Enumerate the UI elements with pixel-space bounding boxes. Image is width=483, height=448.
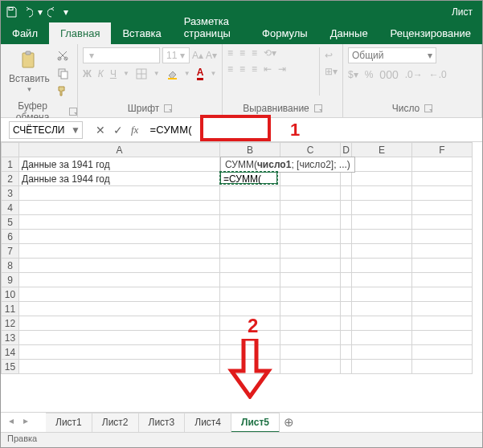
number-format-select[interactable]: Общий▾ bbox=[348, 47, 436, 63]
cell[interactable] bbox=[280, 186, 341, 201]
cell[interactable] bbox=[280, 302, 341, 316]
cell[interactable] bbox=[220, 302, 280, 316]
col-header[interactable]: F bbox=[412, 143, 473, 157]
cell[interactable] bbox=[19, 316, 220, 331]
cell[interactable] bbox=[19, 215, 220, 230]
cell[interactable] bbox=[19, 201, 220, 215]
cell[interactable] bbox=[220, 345, 280, 360]
cell[interactable] bbox=[280, 331, 341, 345]
formula-input[interactable] bbox=[145, 121, 265, 139]
cell[interactable] bbox=[352, 273, 412, 287]
select-all-cell[interactable] bbox=[2, 143, 19, 157]
row-header[interactable]: 13 bbox=[2, 331, 19, 345]
cell[interactable] bbox=[352, 302, 412, 316]
cell[interactable] bbox=[352, 157, 412, 172]
cell[interactable] bbox=[352, 259, 412, 273]
fx-icon[interactable]: fx bbox=[131, 124, 138, 136]
align-left-icon[interactable]: ≡ bbox=[227, 63, 233, 75]
align-launcher-icon[interactable] bbox=[314, 104, 322, 112]
align-top-icon[interactable]: ≡ bbox=[227, 47, 233, 59]
italic-button[interactable]: К bbox=[98, 68, 104, 79]
col-header[interactable]: D bbox=[341, 143, 352, 157]
row-header[interactable]: 2 bbox=[2, 172, 19, 186]
cell[interactable] bbox=[19, 331, 220, 345]
save-icon[interactable] bbox=[4, 5, 18, 19]
cell[interactable] bbox=[412, 273, 473, 287]
tab-home[interactable]: Главная bbox=[49, 22, 111, 44]
cell[interactable] bbox=[341, 273, 352, 287]
cell[interactable] bbox=[341, 201, 352, 215]
active-cell[interactable]: =СУММ( bbox=[220, 172, 277, 184]
number-launcher-icon[interactable] bbox=[424, 104, 432, 112]
cell[interactable] bbox=[220, 215, 280, 230]
undo-icon[interactable] bbox=[20, 5, 35, 19]
cell[interactable] bbox=[412, 345, 473, 360]
cell[interactable] bbox=[412, 230, 473, 244]
col-header[interactable]: B bbox=[220, 143, 280, 157]
cell[interactable] bbox=[341, 172, 352, 186]
cell[interactable] bbox=[412, 186, 473, 201]
cell[interactable] bbox=[341, 302, 352, 316]
cell[interactable] bbox=[341, 316, 352, 331]
cell[interactable] bbox=[352, 172, 412, 186]
cell[interactable] bbox=[352, 230, 412, 244]
underline-button[interactable]: Ч bbox=[110, 68, 117, 79]
cell[interactable] bbox=[220, 316, 280, 331]
sheet-tab[interactable]: Лист3 bbox=[139, 413, 186, 433]
cell[interactable]: Данные за 1941 год bbox=[19, 157, 220, 172]
row-header[interactable]: 5 bbox=[2, 215, 19, 230]
indent-decrease-icon[interactable]: ⇤ bbox=[264, 63, 272, 75]
cell[interactable] bbox=[220, 287, 280, 302]
cell[interactable] bbox=[412, 172, 473, 186]
cell[interactable] bbox=[280, 230, 341, 244]
grow-font-icon[interactable]: A▴ bbox=[192, 50, 203, 61]
font-size-select[interactable]: 11 ▾ bbox=[162, 47, 190, 63]
cell[interactable] bbox=[412, 316, 473, 331]
cell[interactable] bbox=[280, 360, 341, 374]
cell[interactable] bbox=[220, 360, 280, 374]
cell[interactable] bbox=[352, 215, 412, 230]
tab-file[interactable]: Файл bbox=[1, 22, 49, 44]
decrease-decimal-icon[interactable]: ←.0 bbox=[429, 69, 447, 80]
name-box[interactable]: СЧЁТЕСЛИ▼ bbox=[9, 121, 83, 139]
row-header[interactable]: 9 bbox=[2, 273, 19, 287]
cell[interactable] bbox=[19, 244, 220, 259]
cancel-formula-icon[interactable]: ✕ bbox=[96, 124, 105, 136]
indent-increase-icon[interactable]: ⇥ bbox=[278, 63, 286, 75]
align-center-icon[interactable]: ≡ bbox=[239, 63, 245, 75]
shrink-font-icon[interactable]: A▾ bbox=[206, 50, 217, 61]
sheet-tab[interactable]: Лист2 bbox=[92, 413, 139, 433]
cell[interactable] bbox=[352, 186, 412, 201]
cell[interactable] bbox=[280, 244, 341, 259]
tab-nav-prev-icon[interactable]: ▸ bbox=[18, 415, 33, 430]
cell[interactable] bbox=[220, 259, 280, 273]
row-header[interactable]: 10 bbox=[2, 287, 19, 302]
cell[interactable] bbox=[352, 331, 412, 345]
row-header[interactable]: 7 bbox=[2, 244, 19, 259]
add-sheet-button[interactable]: ⊕ bbox=[280, 415, 297, 430]
fill-color-icon[interactable] bbox=[166, 68, 178, 79]
font-color-icon[interactable]: A bbox=[197, 67, 204, 80]
cell[interactable] bbox=[341, 287, 352, 302]
sheet-tab[interactable]: Лист4 bbox=[185, 413, 231, 433]
wrap-text-icon[interactable]: ↩ bbox=[325, 50, 338, 61]
cell[interactable] bbox=[19, 259, 220, 273]
cut-icon[interactable] bbox=[56, 49, 69, 62]
row-header[interactable]: 3 bbox=[2, 186, 19, 201]
copy-icon[interactable] bbox=[56, 67, 69, 79]
cell[interactable] bbox=[19, 230, 220, 244]
comma-format-icon[interactable]: 000 bbox=[379, 68, 398, 81]
accounting-format-icon[interactable]: $▾ bbox=[348, 69, 358, 80]
font-launcher-icon[interactable] bbox=[164, 104, 172, 112]
cell[interactable] bbox=[352, 316, 412, 331]
cell[interactable] bbox=[220, 201, 280, 215]
cell[interactable] bbox=[412, 302, 473, 316]
redo-icon[interactable] bbox=[46, 5, 60, 19]
cell[interactable] bbox=[352, 287, 412, 302]
cell[interactable] bbox=[352, 360, 412, 374]
cell[interactable] bbox=[19, 273, 220, 287]
percent-format-icon[interactable]: % bbox=[365, 69, 374, 80]
row-header[interactable]: 8 bbox=[2, 259, 19, 273]
cell[interactable] bbox=[412, 287, 473, 302]
cell[interactable] bbox=[412, 201, 473, 215]
